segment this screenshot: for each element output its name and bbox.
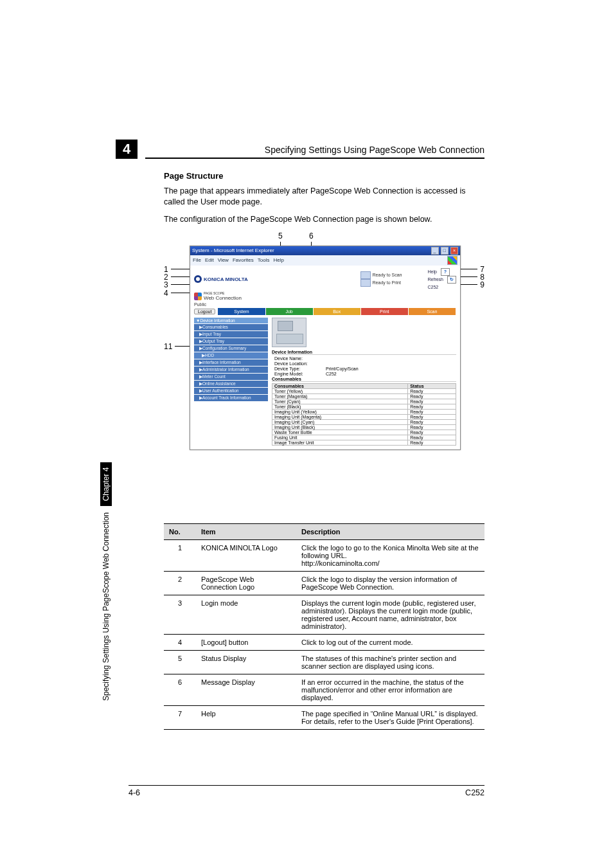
table-row: 1KONICA MINOLTA LogoClick the logo to go… [164, 539, 484, 571]
tab-system[interactable]: System [218, 308, 265, 315]
pagescope-logo[interactable]: PAGE SCOPE Web Connection [204, 292, 242, 301]
col-item: Item [196, 523, 296, 539]
cons-col-name: Consumables [272, 383, 408, 388]
callout-11: 11 [164, 342, 190, 351]
footer-page-number: 4-6 [129, 788, 140, 797]
menu-item[interactable]: File [193, 257, 201, 263]
side-caption-chapter: Chapter 4 [100, 462, 112, 507]
device-info-row: Engine Model:C252 [272, 372, 456, 377]
consumables-table: Consumables Status Toner (Yellow)ReadyTo… [272, 383, 456, 446]
logout-button[interactable]: Logout [194, 309, 215, 314]
table-row: 5Status DisplayThe statuses of this mach… [164, 650, 484, 674]
scanner-status-icon [360, 271, 371, 279]
device-image [272, 318, 306, 347]
table-row: 7HelpThe page specified in “Online Manua… [164, 705, 484, 729]
table-row: Waste Toner BottleReady [272, 429, 456, 435]
refresh-link[interactable]: Refresh [427, 276, 443, 283]
browser-titlebar: System - Microsoft Internet Explorer _ □… [190, 246, 460, 255]
description-table: No. Item Description 1KONICA MINOLTA Log… [164, 523, 484, 730]
col-no: No. [164, 523, 196, 539]
browser-window: System - Microsoft Internet Explorer _ □… [190, 246, 461, 450]
table-row: Toner (Magenta)Ready [272, 393, 456, 399]
table-row: Imaging Unit (Black)Ready [272, 424, 456, 429]
table-row: Fusing UnitReady [272, 435, 456, 440]
figure-wrap: 5 6 1 2 3 4 11 12 [164, 231, 484, 514]
callout-3: 3 [164, 280, 190, 289]
browser-menubar: FileEditViewFavoritesToolsHelp [190, 255, 460, 266]
table-row: 3Login modeDisplays the current login mo… [164, 595, 484, 634]
device-info-heading: Device Information [272, 350, 456, 355]
menu-item[interactable]: Edit [205, 257, 214, 263]
table-row: Image Transfer UnitReady [272, 440, 456, 445]
tab-scan[interactable]: Scan [409, 308, 456, 315]
table-row: 6Message DisplayIf an error occurred in … [164, 674, 484, 705]
window-buttons: _ □ × [431, 247, 458, 255]
section-heading: Page Structure [164, 171, 484, 181]
menu-item[interactable]: Help [273, 257, 283, 263]
tab-print[interactable]: Print [361, 308, 409, 315]
table-row: 2PageScope Web Connection LogoClick the … [164, 571, 484, 595]
cons-col-status: Status [408, 383, 456, 388]
pagescope-logo-icon[interactable] [194, 293, 202, 300]
sidebar-item[interactable]: ▼Device Information [194, 318, 268, 324]
chapter-badge: 4 [116, 140, 138, 159]
table-row: Imaging Unit (Cyan)Ready [272, 419, 456, 424]
sidebar-item[interactable]: ▶Interface Information [194, 359, 268, 366]
sidebar-item[interactable]: ▶Input Tray [194, 331, 268, 338]
table-row: 4[Logout] buttonClick to log out of the … [164, 634, 484, 650]
device-info-row: Device Name: [272, 356, 456, 361]
minimize-icon[interactable]: _ [431, 247, 439, 255]
table-row: Toner (Yellow)Ready [272, 388, 456, 393]
km-mark-icon [194, 275, 202, 283]
sidebar-item[interactable]: ▶Account Track Information [194, 395, 268, 402]
sidebar-item[interactable]: ▶Meter Count [194, 374, 268, 381]
konica-minolta-logo[interactable]: KONICA MINOLTA [204, 276, 248, 282]
help-icon[interactable]: ? [441, 268, 450, 276]
sidebar: ▼Device Information▶Consumables▶Input Tr… [194, 318, 268, 446]
table-row: Toner (Cyan)Ready [272, 399, 456, 404]
header-title: Specifying Settings Using PageScope Web … [145, 138, 484, 159]
footer-model: C252 [465, 788, 484, 797]
sidebar-item[interactable]: ▶HDD [194, 352, 268, 359]
tab-job[interactable]: Job [266, 308, 314, 315]
callout-9: 9 [458, 280, 484, 289]
side-caption: Specifying Settings Using PageScope Web … [100, 341, 112, 701]
sidebar-item[interactable]: ▶Configuration Summary [194, 345, 268, 352]
col-desc: Description [296, 523, 484, 539]
maximize-icon[interactable]: □ [441, 247, 449, 255]
paragraph-1: The page that appears immediately after … [164, 186, 484, 208]
menu-item[interactable]: Tools [258, 257, 270, 263]
side-caption-text: Specifying Settings Using PageScope Web … [102, 512, 111, 701]
device-info-row: Device Type:Print/Copy/Scan [272, 366, 456, 372]
close-icon[interactable]: × [450, 247, 458, 255]
callout-4: 4 [164, 289, 190, 298]
sidebar-item[interactable]: ▶Output Tray [194, 338, 268, 345]
sidebar-item[interactable]: ▶Online Assistance [194, 381, 268, 388]
menu-item[interactable]: Favorites [233, 257, 254, 263]
help-link[interactable]: Help [427, 268, 436, 275]
device-info-row: Device Location: [272, 361, 456, 366]
paragraph-2: The configuration of the PageScope Web C… [164, 214, 484, 225]
status-display: Ready to Scan Ready to Print [360, 271, 402, 287]
browser-title: System - Microsoft Internet Explorer [192, 248, 274, 253]
table-row: Imaging Unit (Magenta)Ready [272, 414, 456, 419]
ie-flag-icon [447, 256, 458, 265]
model-label: C252 [427, 284, 438, 291]
consumables-heading: Consumables [272, 377, 456, 382]
menu-item[interactable]: View [218, 257, 229, 263]
printer-status-icon [360, 279, 371, 287]
table-row: Imaging Unit (Yellow)Ready [272, 409, 456, 414]
refresh-icon[interactable]: ↻ [447, 276, 456, 284]
login-mode: Public [190, 302, 460, 308]
sidebar-item[interactable]: ▶Consumables [194, 324, 268, 331]
table-row: Toner (Black)Ready [272, 404, 456, 409]
tab-box[interactable]: Box [314, 308, 361, 315]
sidebar-item[interactable]: ▶User Authentication [194, 388, 268, 395]
sidebar-item[interactable]: ▶Administrator Information [194, 366, 268, 374]
